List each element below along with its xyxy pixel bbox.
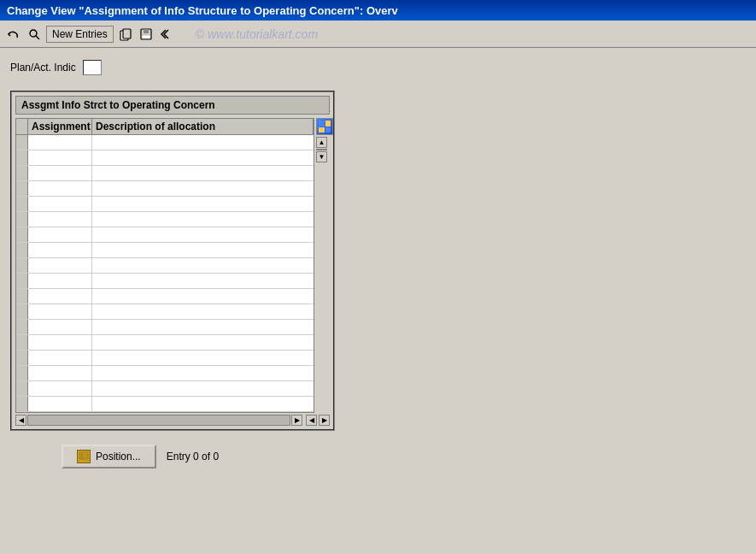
new-entries-button[interactable]: New Entries: [46, 26, 114, 43]
inner-table-area: Assignment Description of allocation: [15, 118, 314, 413]
table-row: [16, 227, 314, 243]
entry-count: Entry 0 of 0: [167, 451, 219, 463]
plan-act-label: Plan/Act. Indic: [10, 62, 76, 74]
table-row: [16, 166, 314, 181]
table-row: [16, 243, 314, 258]
main-content: Plan/Act. Indic Assgmt Info Strct to Ope…: [0, 48, 756, 477]
scroll-right2-button[interactable]: ▶: [319, 415, 330, 426]
scroll-left-button[interactable]: ◀: [15, 415, 26, 426]
table-row: [16, 335, 314, 351]
copy-icon[interactable]: [117, 26, 134, 43]
svg-point-0: [30, 30, 37, 37]
table-row: [16, 351, 314, 366]
scroll-track-horizontal[interactable]: [27, 415, 290, 426]
scroll-left2-button[interactable]: ◀: [306, 415, 317, 426]
col-header-assignment: Assignment: [28, 119, 92, 134]
plan-act-input[interactable]: [83, 60, 102, 75]
scroll-track-vertical[interactable]: [316, 149, 327, 150]
watermark: © www.tutorialkart.com: [196, 27, 318, 41]
table-row: [16, 258, 314, 274]
save-icon[interactable]: [138, 26, 155, 43]
new-entries-label: New Entries: [52, 28, 108, 40]
table-row: [16, 320, 314, 335]
table-container: Assgmt Info Strct to Operating Concern A…: [10, 91, 335, 431]
bottom-scroll-row: ◀ ▶ ◀ ▶: [15, 415, 330, 426]
table-row: [16, 197, 314, 212]
position-button[interactable]: Position...: [62, 445, 156, 469]
position-button-label: Position...: [96, 451, 141, 463]
table-row: [16, 289, 314, 304]
title-bar: Change View "Assignment of Info Structur…: [0, 0, 756, 21]
svg-rect-7: [79, 452, 88, 459]
toolbar: New Entries © www.tutorialkart.com: [0, 21, 756, 48]
table-header: Assignment Description of allocation: [16, 119, 314, 135]
position-icon: [77, 450, 91, 463]
title-text: Change View "Assignment of Info Structur…: [7, 4, 398, 17]
scroll-up-button[interactable]: ▲: [316, 137, 327, 148]
col-header-description: Description of allocation: [92, 119, 314, 134]
table-body: [16, 135, 314, 412]
table-row: [16, 381, 314, 397]
undo-icon[interactable]: [5, 26, 22, 43]
table-row: [16, 274, 314, 289]
grid-icon[interactable]: [316, 118, 333, 135]
table-row: [16, 135, 314, 150]
scroll-down-button[interactable]: ▼: [316, 151, 327, 162]
scroll-right-button[interactable]: ▶: [291, 415, 302, 426]
svg-rect-3: [123, 29, 131, 38]
find-icon[interactable]: [26, 26, 43, 43]
table-row: [16, 181, 314, 197]
table-row: [16, 304, 314, 320]
bottom-toolbar: Position... Entry 0 of 0: [10, 445, 746, 469]
table-row: [16, 397, 314, 412]
svg-line-1: [36, 36, 39, 39]
svg-rect-5: [144, 29, 149, 33]
table-title: Assgmt Info Strct to Operating Concern: [15, 96, 330, 115]
svg-rect-6: [142, 35, 150, 38]
back-icon[interactable]: [158, 26, 175, 43]
table-row: [16, 366, 314, 381]
table-with-scroll: Assignment Description of allocation: [15, 118, 330, 426]
table-row: [16, 150, 314, 166]
table-row: [16, 212, 314, 227]
plan-act-row: Plan/Act. Indic: [10, 56, 746, 79]
